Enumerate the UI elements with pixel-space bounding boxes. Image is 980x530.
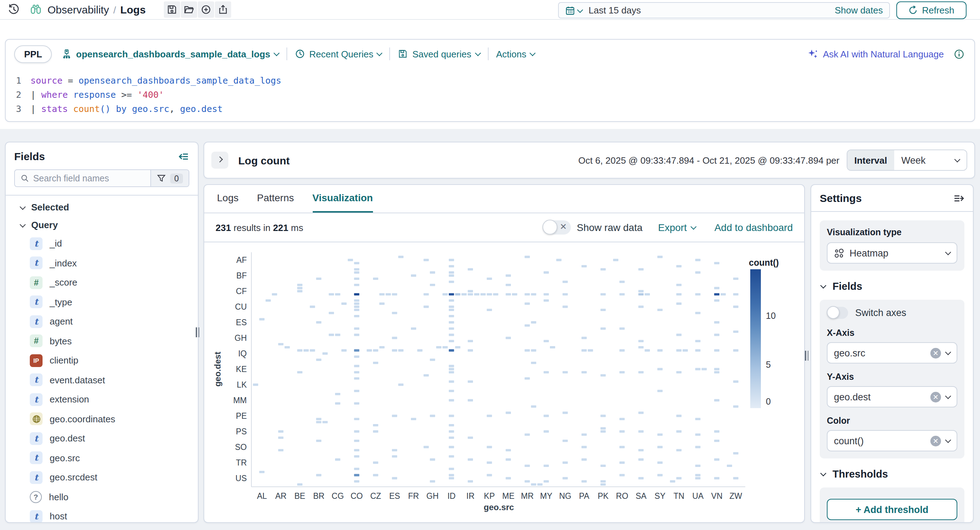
recent-queries-chevron-icon	[377, 50, 383, 56]
actions-menu-button[interactable]: Actions	[496, 49, 535, 59]
text-field-icon: t	[30, 471, 43, 484]
field-item-hello[interactable]: ?hello	[6, 487, 198, 506]
fields-section-header[interactable]: Fields	[821, 281, 964, 292]
divider	[286, 48, 287, 60]
chevron-down-icon	[821, 470, 826, 476]
svg-text:PE: PE	[236, 411, 247, 421]
svg-text:UA: UA	[692, 491, 704, 501]
editor-line[interactable]: 1source = opensearch_dashboards_sample_d…	[6, 74, 974, 88]
add-threshold-button[interactable]: + Add threshold	[827, 499, 957, 520]
collapse-settings-icon[interactable]	[953, 192, 964, 204]
number-field-icon: #	[30, 276, 43, 289]
observability-logs-page: Observability / Logs	[0, 0, 980, 530]
observability-logo-icon	[30, 3, 42, 16]
field-group-query[interactable]: Query	[6, 216, 198, 234]
field-item-geo.src[interactable]: tgeo.src	[6, 448, 198, 468]
field-item-geo.srcdest[interactable]: tgeo.srcdest	[6, 468, 198, 487]
divider	[811, 211, 973, 212]
field-filter-button[interactable]: 0	[150, 170, 189, 186]
add-to-dashboard-button[interactable]: Add to dashboard	[714, 222, 793, 233]
result-tabs: Logs Patterns Visualization	[204, 185, 804, 213]
interval-select[interactable]: Week	[894, 150, 967, 170]
new-button[interactable]	[198, 2, 215, 18]
field-item-clientip[interactable]: IPclientip	[6, 351, 198, 370]
settings-resize-handle[interactable]	[805, 351, 808, 361]
field-item-agent[interactable]: tagent	[6, 312, 198, 331]
query-language-button[interactable]: PPL	[14, 45, 52, 63]
y-axis-select[interactable]: geo.dest ✕	[827, 386, 957, 408]
export-button[interactable]: Export	[658, 222, 696, 233]
svg-text:TR: TR	[236, 458, 247, 467]
svg-text:CF: CF	[236, 287, 247, 296]
field-item-event.dataset[interactable]: tevent.dataset	[6, 370, 198, 390]
refresh-button[interactable]: Refresh	[896, 2, 967, 19]
actions-chevron-icon	[530, 50, 536, 56]
ask-ai-button[interactable]: Ask AI with Natural Language	[808, 49, 944, 59]
interval-label: Interval	[847, 150, 894, 170]
dataset-selector[interactable]: opensearch_dashboards_sample_data_logs	[62, 49, 279, 59]
color-select[interactable]: count() ✕	[827, 430, 957, 451]
field-item-_index[interactable]: t_index	[6, 253, 198, 273]
share-button[interactable]	[215, 2, 232, 18]
field-item-_score[interactable]: #_score	[6, 273, 198, 292]
fields-title: Fields	[14, 150, 45, 162]
tab-patterns[interactable]: Patterns	[257, 192, 294, 213]
svg-text:FR: FR	[408, 491, 419, 501]
date-picker-bar[interactable]: Last 15 days Show dates	[558, 2, 890, 18]
breadcrumb-app[interactable]: Observability	[48, 3, 109, 16]
collapse-sidebar-icon[interactable]	[178, 151, 189, 162]
text-field-icon: t	[30, 237, 43, 250]
clear-y-axis-icon[interactable]: ✕	[931, 392, 941, 402]
heatmap-chart[interactable]: AFBFCFCUESGHIQKELKMMPEPSSOTRUSALARBEBRCG…	[204, 242, 804, 523]
svg-text:RO: RO	[616, 491, 628, 501]
field-item-geo.coordinates[interactable]: geo.coordinates	[6, 409, 198, 429]
field-item-geo.dest[interactable]: tgeo.dest	[6, 429, 198, 448]
svg-text:ZW: ZW	[729, 491, 742, 501]
field-item-_type[interactable]: t_type	[6, 292, 198, 312]
saved-queries-button[interactable]: Saved queries	[398, 49, 480, 59]
saved-queries-chevron-icon	[475, 50, 481, 56]
field-item-_id[interactable]: t_id	[6, 234, 198, 253]
divider	[487, 48, 488, 60]
save-button[interactable]	[164, 2, 180, 18]
expand-panel-button[interactable]	[211, 152, 228, 169]
tab-logs[interactable]: Logs	[217, 192, 239, 213]
field-item-host[interactable]: thost	[6, 506, 198, 523]
x-axis-select[interactable]: geo.src ✕	[827, 342, 957, 363]
clear-x-axis-icon[interactable]: ✕	[931, 348, 941, 358]
chevron-down-icon	[955, 157, 961, 163]
svg-text:TN: TN	[673, 491, 684, 501]
svg-text:AR: AR	[275, 491, 286, 501]
open-folder-button[interactable]	[181, 2, 197, 18]
field-group-selected[interactable]: Selected	[6, 198, 198, 216]
svg-text:ES: ES	[236, 318, 247, 327]
fields-sidebar: Fields 0 Selecte	[5, 142, 199, 523]
colorbar-gradient	[750, 269, 761, 408]
calendar-icon[interactable]	[565, 5, 582, 15]
ppl-query-editor[interactable]: 1source = opensearch_dashboards_sample_d…	[6, 68, 974, 116]
editor-line[interactable]: 2| where response >= '400'	[6, 88, 974, 102]
svg-text:LK: LK	[237, 380, 247, 389]
recent-queries-button[interactable]: Recent Queries	[295, 49, 382, 59]
date-range-value[interactable]: Last 15 days	[589, 5, 641, 16]
thresholds-section-header[interactable]: Thresholds	[821, 468, 964, 480]
svg-text:ID: ID	[447, 491, 456, 501]
clock-icon	[295, 49, 305, 59]
svg-text:US: US	[235, 474, 247, 483]
colorbar-tick: 0	[766, 397, 771, 407]
field-item-bytes[interactable]: #bytes	[6, 331, 198, 351]
tab-visualization[interactable]: Visualization	[312, 192, 373, 213]
visualization-type-select[interactable]: Heatmap	[827, 242, 957, 263]
editor-line[interactable]: 3| stats count() by geo.src, geo.dest	[6, 102, 974, 116]
field-item-extension[interactable]: textension	[6, 390, 198, 409]
history-icon[interactable]	[8, 3, 20, 16]
chevron-down-icon	[945, 349, 951, 355]
info-icon[interactable]	[954, 49, 964, 59]
clear-color-icon[interactable]: ✕	[931, 435, 941, 446]
switch-axes-toggle[interactable]	[827, 307, 848, 319]
field-name: hello	[49, 492, 68, 502]
sidebar-resize-handle[interactable]	[196, 327, 199, 337]
show-raw-data-toggle[interactable]: ✕	[543, 221, 571, 235]
search-field-input[interactable]	[33, 173, 145, 183]
show-dates-button[interactable]: Show dates	[835, 5, 883, 16]
